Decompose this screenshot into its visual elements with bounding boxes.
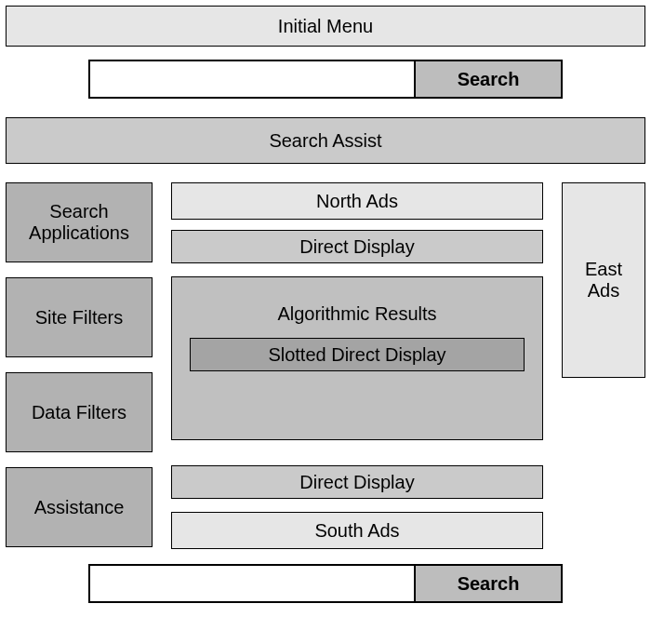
search-button-top[interactable]: Search xyxy=(414,60,563,99)
south-ads-region[interactable]: South Ads xyxy=(171,512,543,549)
initial-menu-bar[interactable]: Initial Menu xyxy=(6,6,645,47)
center-column: North Ads Direct Display Algorithmic Res… xyxy=(171,182,543,549)
direct-display-top-label: Direct Display xyxy=(299,236,414,258)
assistance-panel[interactable]: Assistance xyxy=(6,467,153,547)
search-assist-bar[interactable]: Search Assist xyxy=(6,117,645,164)
slotted-direct-display-label: Slotted Direct Display xyxy=(268,344,445,366)
right-column: East Ads xyxy=(562,182,645,549)
slotted-direct-display-region[interactable]: Slotted Direct Display xyxy=(190,338,525,371)
east-ads-region[interactable]: East Ads xyxy=(562,182,645,378)
east-ads-label: East Ads xyxy=(585,259,622,302)
search-button-bottom[interactable]: Search xyxy=(414,564,563,603)
algorithmic-results-region[interactable]: Algorithmic Results Slotted Direct Displ… xyxy=(171,276,543,440)
data-filters-label: Data Filters xyxy=(32,402,126,423)
direct-display-bottom-region[interactable]: Direct Display xyxy=(171,465,543,499)
data-filters-panel[interactable]: Data Filters xyxy=(6,372,153,452)
site-filters-panel[interactable]: Site Filters xyxy=(6,277,153,357)
direct-display-top-region[interactable]: Direct Display xyxy=(171,230,543,263)
north-ads-region[interactable]: North Ads xyxy=(171,182,543,220)
search-bar-bottom: Search xyxy=(6,564,645,603)
initial-menu-label: Initial Menu xyxy=(278,16,373,37)
site-filters-label: Site Filters xyxy=(35,307,123,329)
direct-display-bottom-label: Direct Display xyxy=(299,472,414,493)
main-grid: Search Applications Site Filters Data Fi… xyxy=(6,182,645,549)
search-input-bottom[interactable] xyxy=(88,564,414,603)
search-input-top[interactable] xyxy=(88,60,414,99)
search-applications-panel[interactable]: Search Applications xyxy=(6,182,153,262)
search-bar-top: Search xyxy=(6,60,645,99)
north-ads-label: North Ads xyxy=(316,191,398,212)
south-ads-label: South Ads xyxy=(314,520,399,542)
assistance-label: Assistance xyxy=(34,497,125,518)
search-assist-label: Search Assist xyxy=(269,130,381,152)
search-applications-label: Search Applications xyxy=(29,201,129,244)
left-column: Search Applications Site Filters Data Fi… xyxy=(6,182,153,549)
algorithmic-results-label: Algorithmic Results xyxy=(277,303,436,325)
